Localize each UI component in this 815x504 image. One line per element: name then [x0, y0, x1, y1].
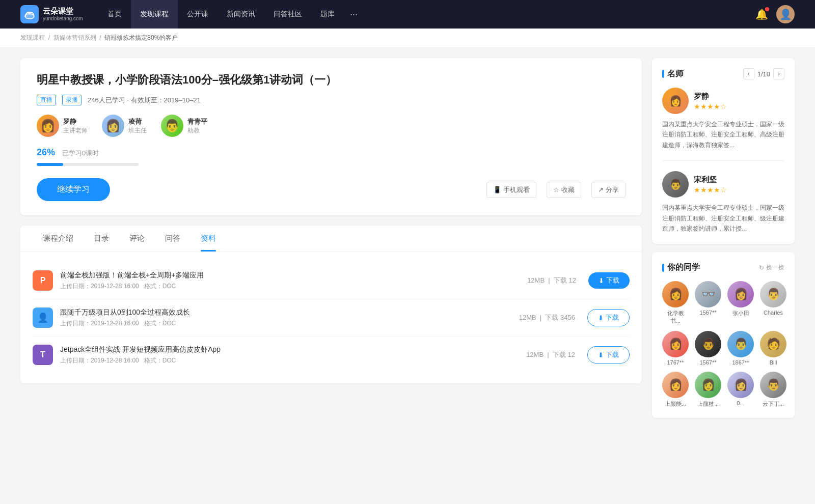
nav-public[interactable]: 公开课 [178, 0, 218, 29]
progress-sub: 已学习0课时 [62, 149, 99, 157]
classmate-name-12: 云下丁... [763, 400, 784, 408]
classmates-grid: 👩 化学教书... 👓 1567** 👩 张小田 [662, 281, 784, 408]
collect-button[interactable]: ☆ 收藏 [547, 182, 581, 198]
course-students: 246人已学习 · 有效期至：2019–10–21 [88, 96, 201, 105]
resource-icon-3: T [33, 345, 53, 365]
share-button[interactable]: ↗ 分享 [591, 182, 626, 198]
breadcrumb-discover[interactable]: 发现课程 [20, 34, 45, 41]
tabs-card: 课程介绍 目录 评论 问答 资料 P 前端全栈加强版！前端全栈+全周期+多端应用… [20, 226, 642, 383]
resource-item-3: T Jetpack全组件实战 开发短视频应用高仿皮皮虾App 上传日期：2019… [33, 337, 630, 373]
teacher-role-3: 助教 [187, 126, 207, 135]
classmates-panel: 你的同学 ↻ 换一换 👩 化学教书... 👓 [652, 252, 795, 418]
classmate-bill[interactable]: 🧑 Bill [760, 331, 786, 366]
classmate-name-9: 上颜能... [665, 400, 686, 408]
tab-qa[interactable]: 问答 [155, 226, 191, 251]
share-label: 分享 [606, 185, 619, 194]
download-btn-1[interactable]: ⬇ 下载 [588, 272, 630, 289]
classmate-name-1: 化学教书... [662, 310, 689, 325]
main-layout: 明星中教授课，小学阶段语法100分–强化级第1讲动词（一） 直播 录播 246人… [0, 48, 815, 436]
download-label-2: 下载 [606, 313, 619, 322]
header: 云朵课堂 yundoketang.com 首页 发现课程 公开课 新闻资讯 问答… [0, 0, 815, 29]
classmate-12[interactable]: 👨 云下丁... [760, 372, 786, 408]
classmate-1[interactable]: 👩 化学教书... [662, 281, 689, 325]
mobile-watch-label: 手机观看 [503, 185, 530, 194]
classmate-avatar-12: 👨 [760, 372, 786, 398]
resource-info-2: 跟随千万级项目从0到100全过程高效成长 上传日期：2019-12-28 16:… [60, 308, 507, 328]
classmate-2[interactable]: 👓 1567** [695, 281, 721, 325]
classmate-3[interactable]: 👩 张小田 [727, 281, 754, 325]
download-btn-2[interactable]: ⬇ 下载 [587, 309, 630, 326]
sidebar: 名师 ‹ 1/10 › 👩 罗静 ★★★★☆ [652, 58, 795, 426]
teacher-avatar-qing: 👨 [161, 115, 183, 137]
classmate-name-3: 张小田 [732, 310, 749, 317]
main-nav: 首页 发现课程 公开课 新闻资讯 问答社区 题库 ··· [98, 0, 755, 29]
classmate-7[interactable]: 👨 1867** [727, 331, 754, 366]
classmate-avatar-9: 👩 [662, 372, 689, 398]
tab-catalog[interactable]: 目录 [84, 226, 119, 251]
teachers-next-btn[interactable]: › [773, 68, 784, 79]
teachers-prev-btn[interactable]: ‹ [743, 68, 754, 79]
tab-intro[interactable]: 课程介绍 [33, 226, 84, 251]
tabs-nav: 课程介绍 目录 评论 问答 资料 [20, 226, 642, 252]
tab-comments[interactable]: 评论 [119, 226, 155, 251]
nav-more[interactable]: ··· [344, 0, 364, 29]
nav-news[interactable]: 新闻资讯 [218, 0, 264, 29]
nav-discover[interactable]: 发现课程 [131, 0, 178, 29]
resource-stats-1: 12MB | 下载 12 [527, 276, 576, 285]
sidebar-teacher-2-avatar: 👨 [662, 171, 689, 198]
teacher-role-1: 主讲老师 [63, 126, 88, 135]
teacher-item-3: 👨 青青平 助教 [161, 115, 207, 137]
logo[interactable]: 云朵课堂 yundoketang.com [20, 5, 83, 23]
nav-quiz[interactable]: 题库 [311, 0, 344, 29]
breadcrumb-current: 销冠修炼术搞定80%的客户 [104, 34, 178, 41]
teacher-info-3: 青青平 助教 [187, 117, 207, 135]
continue-learning-button[interactable]: 继续学习 [37, 178, 110, 201]
classmate-avatar-6: 👨 [695, 331, 721, 357]
content-area: 明星中教授课，小学阶段语法100分–强化级第1讲动词（一） 直播 录播 246人… [20, 58, 642, 426]
classmate-11[interactable]: 👩 0... [727, 372, 754, 408]
classmate-6[interactable]: 👨 1567** [695, 331, 721, 366]
mobile-icon: 📱 [493, 186, 501, 193]
classmate-charles[interactable]: 👨 Charles [760, 281, 786, 325]
resource-meta-2: 上传日期：2019-12-28 16:00 格式：DOC [60, 319, 507, 328]
user-avatar-header[interactable]: 👤 [776, 5, 795, 23]
tab-content-resources: P 前端全栈加强版！前端全栈+全周期+多端应用 上传日期：2019-12-28 … [20, 252, 642, 383]
resource-stats-3: 12MB | 下载 12 [526, 350, 575, 359]
teacher-avatar-ling: 👩 [102, 115, 124, 137]
resource-item-2: 👤 跟随千万级项目从0到100全过程高效成长 上传日期：2019-12-28 1… [33, 299, 630, 337]
resource-name-2: 跟随千万级项目从0到100全过程高效成长 [60, 308, 507, 317]
course-title: 明星中教授课，小学阶段语法100分–强化级第1讲动词（一） [37, 72, 626, 88]
tag-record: 录播 [62, 95, 82, 105]
sidebar-teacher-2-stars: ★★★★☆ [694, 186, 727, 194]
sidebar-teacher-1-info: 罗静 ★★★★☆ [694, 92, 727, 110]
teacher-info-2: 凌荷 班主任 [128, 117, 147, 135]
teachers-pagination: ‹ 1/10 › [743, 68, 784, 79]
download-label-1: 下载 [606, 276, 619, 285]
classmate-name-11: 0... [737, 400, 744, 406]
notification-dot [765, 7, 769, 11]
logo-icon [20, 5, 39, 23]
nav-qa[interactable]: 问答社区 [264, 0, 311, 29]
sidebar-teacher-2-name: 宋利坚 [694, 175, 727, 185]
action-links: 📱 手机观看 ☆ 收藏 ↗ 分享 [486, 182, 626, 198]
classmate-5[interactable]: 👩 1767** [662, 331, 689, 366]
classmates-refresh-btn[interactable]: ↻ 换一换 [759, 263, 784, 272]
teachers-panel-header: 名师 ‹ 1/10 › [662, 68, 784, 79]
classmate-10[interactable]: 👩 上颜枝... [695, 372, 721, 408]
tag-live: 直播 [37, 95, 56, 105]
teacher-name-2: 凌荷 [128, 117, 147, 126]
download-icon-1: ⬇ [599, 277, 604, 285]
mobile-watch-button[interactable]: 📱 手机观看 [486, 182, 536, 198]
classmate-avatar-5: 👩 [662, 331, 689, 357]
breadcrumb-series[interactable]: 新媒体营销系列 [53, 34, 96, 41]
nav-home[interactable]: 首页 [98, 0, 131, 29]
download-btn-3[interactable]: ⬇ 下载 [587, 346, 630, 363]
progress-bar-bg [37, 163, 139, 166]
resource-meta-3: 上传日期：2019-12-28 16:00 格式：DOC [60, 356, 514, 365]
classmate-name-bill: Bill [770, 359, 777, 366]
svg-point-1 [28, 12, 31, 15]
tab-resources[interactable]: 资料 [191, 226, 226, 251]
notification-bell[interactable]: 🔔 [755, 8, 768, 20]
classmate-9[interactable]: 👩 上颜能... [662, 372, 689, 408]
resource-info-3: Jetpack全组件实战 开发短视频应用高仿皮皮虾App 上传日期：2019-1… [60, 345, 514, 365]
